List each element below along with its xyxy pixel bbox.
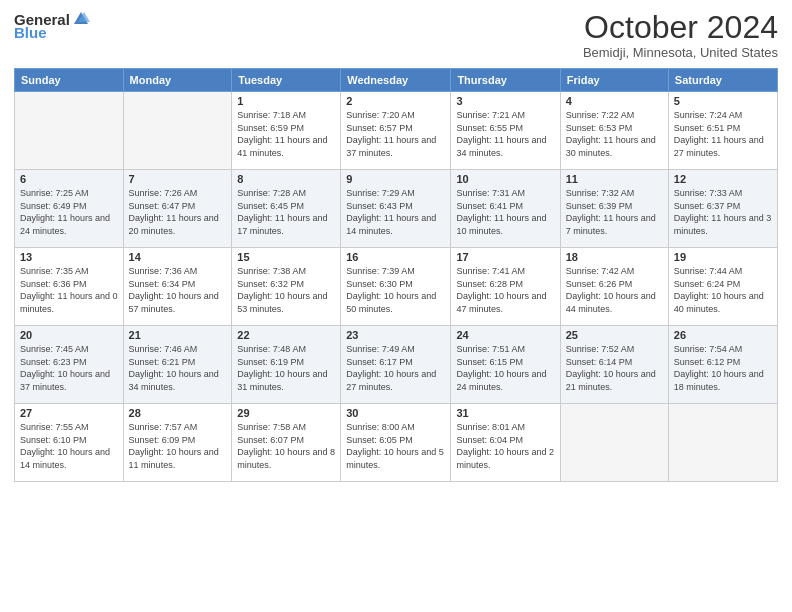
day-number: 13 <box>20 251 118 263</box>
day-number: 4 <box>566 95 663 107</box>
subtitle: Bemidji, Minnesota, United States <box>583 45 778 60</box>
table-row <box>668 404 777 482</box>
day-detail: Sunrise: 7:18 AM Sunset: 6:59 PM Dayligh… <box>237 109 335 159</box>
table-row: 26Sunrise: 7:54 AM Sunset: 6:12 PM Dayli… <box>668 326 777 404</box>
calendar-header-row: Sunday Monday Tuesday Wednesday Thursday… <box>15 69 778 92</box>
calendar-week-row: 20Sunrise: 7:45 AM Sunset: 6:23 PM Dayli… <box>15 326 778 404</box>
day-number: 19 <box>674 251 772 263</box>
table-row: 15Sunrise: 7:38 AM Sunset: 6:32 PM Dayli… <box>232 248 341 326</box>
day-detail: Sunrise: 7:24 AM Sunset: 6:51 PM Dayligh… <box>674 109 772 159</box>
day-detail: Sunrise: 7:22 AM Sunset: 6:53 PM Dayligh… <box>566 109 663 159</box>
day-detail: Sunrise: 8:00 AM Sunset: 6:05 PM Dayligh… <box>346 421 445 471</box>
day-number: 28 <box>129 407 227 419</box>
day-detail: Sunrise: 7:44 AM Sunset: 6:24 PM Dayligh… <box>674 265 772 315</box>
header-thursday: Thursday <box>451 69 560 92</box>
table-row: 9Sunrise: 7:29 AM Sunset: 6:43 PM Daylig… <box>341 170 451 248</box>
day-number: 25 <box>566 329 663 341</box>
header: General Blue October 2024 Bemidji, Minne… <box>14 10 778 60</box>
day-number: 10 <box>456 173 554 185</box>
table-row <box>15 92 124 170</box>
table-row: 8Sunrise: 7:28 AM Sunset: 6:45 PM Daylig… <box>232 170 341 248</box>
day-detail: Sunrise: 7:38 AM Sunset: 6:32 PM Dayligh… <box>237 265 335 315</box>
day-number: 7 <box>129 173 227 185</box>
day-number: 18 <box>566 251 663 263</box>
day-detail: Sunrise: 7:25 AM Sunset: 6:49 PM Dayligh… <box>20 187 118 237</box>
table-row: 28Sunrise: 7:57 AM Sunset: 6:09 PM Dayli… <box>123 404 232 482</box>
day-number: 5 <box>674 95 772 107</box>
day-detail: Sunrise: 7:31 AM Sunset: 6:41 PM Dayligh… <box>456 187 554 237</box>
day-detail: Sunrise: 7:58 AM Sunset: 6:07 PM Dayligh… <box>237 421 335 471</box>
day-number: 8 <box>237 173 335 185</box>
title-block: October 2024 Bemidji, Minnesota, United … <box>583 10 778 60</box>
table-row: 6Sunrise: 7:25 AM Sunset: 6:49 PM Daylig… <box>15 170 124 248</box>
day-number: 16 <box>346 251 445 263</box>
table-row <box>123 92 232 170</box>
table-row: 16Sunrise: 7:39 AM Sunset: 6:30 PM Dayli… <box>341 248 451 326</box>
day-number: 22 <box>237 329 335 341</box>
day-detail: Sunrise: 7:49 AM Sunset: 6:17 PM Dayligh… <box>346 343 445 393</box>
day-number: 23 <box>346 329 445 341</box>
table-row: 11Sunrise: 7:32 AM Sunset: 6:39 PM Dayli… <box>560 170 668 248</box>
calendar-week-row: 6Sunrise: 7:25 AM Sunset: 6:49 PM Daylig… <box>15 170 778 248</box>
logo-icon <box>72 10 90 28</box>
table-row: 27Sunrise: 7:55 AM Sunset: 6:10 PM Dayli… <box>15 404 124 482</box>
day-number: 21 <box>129 329 227 341</box>
day-detail: Sunrise: 7:45 AM Sunset: 6:23 PM Dayligh… <box>20 343 118 393</box>
day-detail: Sunrise: 7:32 AM Sunset: 6:39 PM Dayligh… <box>566 187 663 237</box>
header-monday: Monday <box>123 69 232 92</box>
table-row <box>560 404 668 482</box>
table-row: 4Sunrise: 7:22 AM Sunset: 6:53 PM Daylig… <box>560 92 668 170</box>
day-detail: Sunrise: 8:01 AM Sunset: 6:04 PM Dayligh… <box>456 421 554 471</box>
day-detail: Sunrise: 7:42 AM Sunset: 6:26 PM Dayligh… <box>566 265 663 315</box>
table-row: 19Sunrise: 7:44 AM Sunset: 6:24 PM Dayli… <box>668 248 777 326</box>
day-detail: Sunrise: 7:20 AM Sunset: 6:57 PM Dayligh… <box>346 109 445 159</box>
header-wednesday: Wednesday <box>341 69 451 92</box>
day-detail: Sunrise: 7:29 AM Sunset: 6:43 PM Dayligh… <box>346 187 445 237</box>
day-detail: Sunrise: 7:54 AM Sunset: 6:12 PM Dayligh… <box>674 343 772 393</box>
table-row: 7Sunrise: 7:26 AM Sunset: 6:47 PM Daylig… <box>123 170 232 248</box>
header-sunday: Sunday <box>15 69 124 92</box>
day-number: 9 <box>346 173 445 185</box>
table-row: 2Sunrise: 7:20 AM Sunset: 6:57 PM Daylig… <box>341 92 451 170</box>
table-row: 20Sunrise: 7:45 AM Sunset: 6:23 PM Dayli… <box>15 326 124 404</box>
header-tuesday: Tuesday <box>232 69 341 92</box>
day-detail: Sunrise: 7:35 AM Sunset: 6:36 PM Dayligh… <box>20 265 118 315</box>
table-row: 23Sunrise: 7:49 AM Sunset: 6:17 PM Dayli… <box>341 326 451 404</box>
table-row: 10Sunrise: 7:31 AM Sunset: 6:41 PM Dayli… <box>451 170 560 248</box>
logo-blue: Blue <box>14 24 47 41</box>
calendar-week-row: 27Sunrise: 7:55 AM Sunset: 6:10 PM Dayli… <box>15 404 778 482</box>
day-detail: Sunrise: 7:57 AM Sunset: 6:09 PM Dayligh… <box>129 421 227 471</box>
day-number: 29 <box>237 407 335 419</box>
day-number: 12 <box>674 173 772 185</box>
day-number: 20 <box>20 329 118 341</box>
table-row: 29Sunrise: 7:58 AM Sunset: 6:07 PM Dayli… <box>232 404 341 482</box>
table-row: 21Sunrise: 7:46 AM Sunset: 6:21 PM Dayli… <box>123 326 232 404</box>
day-detail: Sunrise: 7:39 AM Sunset: 6:30 PM Dayligh… <box>346 265 445 315</box>
table-row: 17Sunrise: 7:41 AM Sunset: 6:28 PM Dayli… <box>451 248 560 326</box>
calendar-table: Sunday Monday Tuesday Wednesday Thursday… <box>14 68 778 482</box>
day-detail: Sunrise: 7:51 AM Sunset: 6:15 PM Dayligh… <box>456 343 554 393</box>
day-number: 30 <box>346 407 445 419</box>
table-row: 25Sunrise: 7:52 AM Sunset: 6:14 PM Dayli… <box>560 326 668 404</box>
day-detail: Sunrise: 7:52 AM Sunset: 6:14 PM Dayligh… <box>566 343 663 393</box>
table-row: 30Sunrise: 8:00 AM Sunset: 6:05 PM Dayli… <box>341 404 451 482</box>
day-detail: Sunrise: 7:41 AM Sunset: 6:28 PM Dayligh… <box>456 265 554 315</box>
table-row: 24Sunrise: 7:51 AM Sunset: 6:15 PM Dayli… <box>451 326 560 404</box>
table-row: 3Sunrise: 7:21 AM Sunset: 6:55 PM Daylig… <box>451 92 560 170</box>
day-detail: Sunrise: 7:36 AM Sunset: 6:34 PM Dayligh… <box>129 265 227 315</box>
calendar-week-row: 13Sunrise: 7:35 AM Sunset: 6:36 PM Dayli… <box>15 248 778 326</box>
day-number: 24 <box>456 329 554 341</box>
main-title: October 2024 <box>583 10 778 45</box>
day-number: 27 <box>20 407 118 419</box>
day-detail: Sunrise: 7:46 AM Sunset: 6:21 PM Dayligh… <box>129 343 227 393</box>
day-detail: Sunrise: 7:26 AM Sunset: 6:47 PM Dayligh… <box>129 187 227 237</box>
day-detail: Sunrise: 7:55 AM Sunset: 6:10 PM Dayligh… <box>20 421 118 471</box>
day-number: 26 <box>674 329 772 341</box>
table-row: 5Sunrise: 7:24 AM Sunset: 6:51 PM Daylig… <box>668 92 777 170</box>
table-row: 31Sunrise: 8:01 AM Sunset: 6:04 PM Dayli… <box>451 404 560 482</box>
header-friday: Friday <box>560 69 668 92</box>
table-row: 12Sunrise: 7:33 AM Sunset: 6:37 PM Dayli… <box>668 170 777 248</box>
day-number: 14 <box>129 251 227 263</box>
logo: General Blue <box>14 10 90 41</box>
day-number: 3 <box>456 95 554 107</box>
